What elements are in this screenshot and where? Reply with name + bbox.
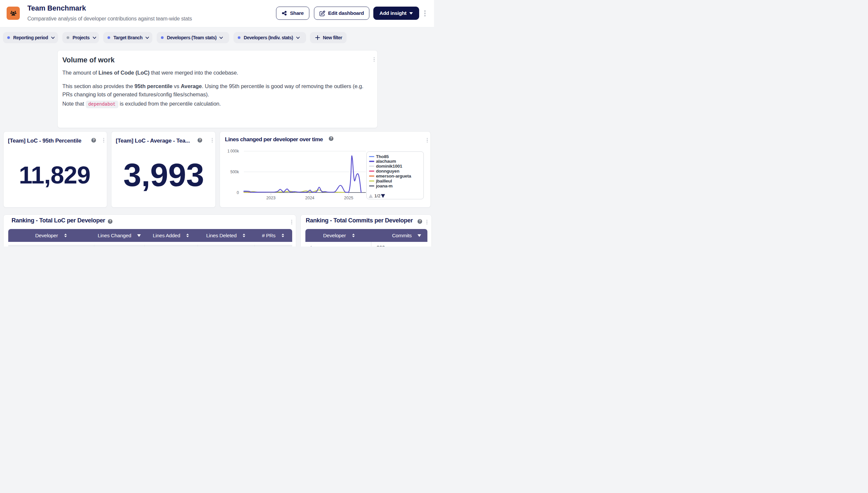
svg-text:2024: 2024 xyxy=(305,196,314,200)
svg-text:2025: 2025 xyxy=(344,196,353,200)
svg-text:1 000k: 1 000k xyxy=(227,149,239,153)
svg-text:2023: 2023 xyxy=(266,196,276,200)
svg-text:0: 0 xyxy=(237,190,239,195)
svg-text:500k: 500k xyxy=(230,170,239,174)
